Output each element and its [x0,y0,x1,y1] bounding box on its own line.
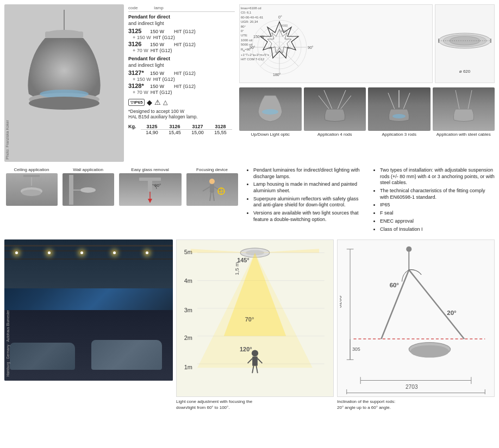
lamp-3128: HIT (G12) [174,84,196,89]
app-ceiling-label: Ceiling application [14,167,49,172]
spec-row-3126: 3126 150 W HIT (G12) [128,41,235,47]
kg-label: Kg. [128,124,136,129]
kg-val-3128: 15,55 [209,130,232,135]
bullets-right: Two types of installation: with adjustab… [373,167,495,234]
kg-code-3128: 3128 [209,124,232,130]
app-wall-img [63,173,114,206]
footnote: *Designed to accept 100 WHAL B15d auxili… [128,109,235,119]
specs-table: code lamp Pendant for direct and indirec… [127,4,236,136]
app-glass: Easy glass removal 90° [117,167,183,234]
variant-3rods: Application 3 rods [368,87,431,153]
top-view-svg [438,14,492,68]
light-cone-svg: 5m 4m 3m 2m 1m 1,5 m [179,242,331,394]
kg-code-3126: 3126 [164,124,186,130]
variant-updown: Up/Down Light optic [239,87,302,153]
svg-text:180°: 180° [273,73,281,77]
svg-text:305: 305 [352,346,360,352]
svg-line-34 [339,96,351,111]
code-3126: 3126 [128,41,148,47]
spec-row-3125-plus: + 150 W HIT (G12) [128,35,235,40]
svg-rect-45 [69,175,73,205]
lamp-3126: HIT (G12) [174,42,196,47]
svg-rect-41 [23,175,40,177]
variant-cables: Application with steel cables [433,87,495,153]
svg-point-94 [410,345,449,358]
svg-point-44 [22,190,41,196]
svg-text:5000: 5000 [280,24,288,27]
kg-code-3127: 3127 [186,124,209,130]
kg-code-3125: 3125 [141,124,164,130]
watt-3126: 150 W [150,42,172,47]
rod-diagram-section: 3203 305 60° [337,239,495,411]
product-top-view: ø 620 [435,4,495,83]
svg-point-38 [392,114,406,118]
app-focus-img [186,173,238,206]
code-3127: 3127* [128,70,148,76]
ip65-badge: ▽ IP65 [128,99,145,106]
svg-line-97 [409,270,464,339]
watt-3128: 150 W [150,84,172,89]
diamond-icon: ◆ [147,98,152,106]
bullet-r3: IP65 [380,202,495,209]
watt-3127: 150 W [150,71,172,76]
light-cone-section: 5m 4m 3m 2m 1m 1,5 m [176,239,334,411]
cone-caption: Light cone adjustment with focusing the … [176,399,334,411]
variant-label-cables: Application with steel cables [436,132,491,137]
app-wall-label: Wall application [73,167,103,172]
svg-text:3203: 3203 [340,295,342,308]
variant-img-3rods [368,87,431,131]
plus-lamp-3127: HIT (G12) [153,77,175,82]
kg-val-3127: 15,00 [186,130,209,135]
bullet-1: Pendant luminaires for indirect/direct l… [253,167,368,180]
plus-lamp-3125: HIT (G12) [153,35,175,40]
plus-3126: + 70 W [128,48,148,53]
svg-line-95 [381,270,409,339]
badges-row: ▽ IP65 ◆ ⚠ △ [128,98,235,106]
warning2-icon: △ [163,99,167,106]
polar-diagram: lmax=6108 cdC0: 6,160-00-40-41-61UGR: 20… [239,4,433,83]
bullet-r6: Class of Insulation I [380,226,495,233]
bullet-r1: Two types of installation: with adjustab… [380,167,495,186]
spec-row-3126-plus: + 70 W HIT (G12) [128,48,235,53]
app-glass-label: Easy glass removal [131,167,169,172]
svg-rect-79 [252,357,258,366]
bottom-section: Hamburg · Germany · Autohaus Blumester 5… [4,239,495,411]
plus-lamp-3128: HIT (G12) [151,90,172,95]
svg-text:4341: 4341 [404,394,416,394]
product-title-4: and indirect light [128,62,235,68]
svg-point-47 [80,187,96,193]
large-photo: Hamburg · Germany · Autohaus Blumester [4,239,173,381]
bullets-left: Pendant luminaires for indirect/direct l… [247,167,368,234]
kg-val-3125: 14,90 [141,130,164,135]
svg-rect-49 [148,181,152,192]
variant-img-updown [239,87,302,131]
svg-marker-52 [148,199,152,203]
svg-point-5 [29,97,99,110]
variant-4rods: Application 4 rods [304,87,366,153]
applications-section: Ceiling application Wall application [4,167,244,234]
plus-3125: + 150 W [128,35,151,40]
svg-text:2m: 2m [184,335,192,341]
spec-row-3127-plus: + 150 W HIT (G12) [128,77,235,82]
svg-line-39 [456,90,459,109]
watt-3125: 150 W [150,29,172,34]
code-3125: 3125 [128,28,148,34]
svg-rect-48 [139,178,161,181]
variant-img-cables [433,87,495,131]
spec-row-3128-plus: + 70 W HIT (G12) [128,90,235,95]
app-ceiling-img [6,173,58,206]
rod-diagram: 3203 305 60° [337,239,495,397]
app-wall: Wall application [61,167,115,234]
lamp-3125: HIT (G12) [174,29,196,34]
app-glass-img: 90° [119,173,182,206]
variants-row: Up/Down Light optic Application 4 rods [239,87,495,153]
code-3128: 3128* [128,83,148,89]
photo-credit-bottom: Hamburg · Germany · Autohaus Blumester [6,310,10,376]
svg-line-57 [210,193,211,201]
svg-text:1000: 1000 [280,29,288,33]
plus-3128: + 70 W [128,90,148,95]
svg-text:1m: 1m [184,364,192,370]
kg-val-3126: 15,45 [164,130,186,135]
product-title-1: Pendant for direct [128,14,235,20]
plus-lamp-3126: HIT (G12) [151,48,172,53]
